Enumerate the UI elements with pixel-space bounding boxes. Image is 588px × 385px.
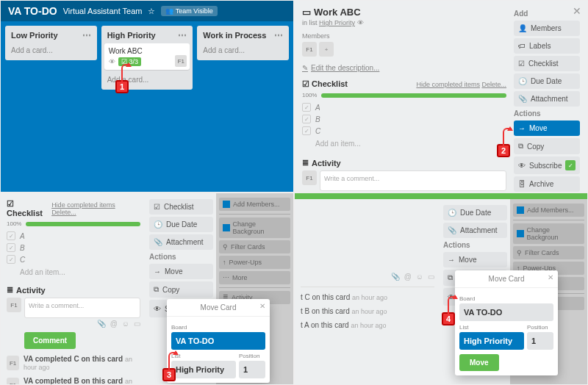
hide-completed-link[interactable]: Hide completed items (51, 201, 115, 209)
move-list-select[interactable]: High Priority (459, 332, 524, 350)
delete-checklist-link[interactable]: Delete... (481, 81, 506, 88)
add-member-button[interactable]: + (319, 42, 334, 57)
side-move[interactable]: →Move (443, 252, 507, 267)
side-checklist[interactable]: ☑Checklist (149, 199, 213, 215)
list-link[interactable]: High Priority (319, 19, 355, 26)
card-in-list: in list High Priority 👁 (302, 19, 506, 26)
side-duedate[interactable]: 🕒Due Date (443, 205, 507, 220)
list-menu-icon[interactable]: ⋯ (178, 30, 187, 40)
delete-checklist-link[interactable]: Delete... (51, 209, 76, 216)
side-move[interactable]: →Move (514, 120, 580, 136)
move-list-select[interactable]: High Priority (171, 361, 236, 378)
pane-board: VA TO-DO Virtual Assistant Team ☆ 👥 Team… (0, 0, 294, 192)
card-title: Work ABC (109, 47, 186, 55)
list-work-in-process[interactable]: Work in Process ⋯ Add a card... (197, 26, 289, 60)
close-icon[interactable]: ✕ (548, 273, 553, 281)
side-attachment[interactable]: 📎Attachment (443, 223, 507, 238)
move-button[interactable]: Move (459, 354, 499, 371)
add-card[interactable]: Add a card... (8, 43, 94, 57)
activity-icon: ≣ (7, 285, 13, 295)
move-card-popover: Move Card✕ Board VA TO-DO List High Prio… (167, 299, 270, 383)
avatar[interactable]: F1 (175, 55, 187, 67)
add-checklist-item[interactable]: Add an item... (7, 265, 140, 279)
clock-icon: 🕒 (518, 77, 527, 85)
side-archive[interactable]: 🗄Archive (514, 176, 580, 192)
marker-2: 2 (497, 144, 510, 157)
menu-change-bg[interactable]: Change Backgroun (219, 217, 290, 238)
comment-input[interactable]: Write a comment... (320, 170, 506, 191)
progress-bar (321, 93, 506, 98)
side-labels[interactable]: 🏷Labels (514, 38, 580, 54)
board-body: Low Priority ⋯ Add a card... High Priori… (1, 21, 293, 192)
q3-left: ☑ Checklist Hide completed items Delete.… (1, 193, 146, 384)
board-visibility[interactable]: 👥 Team Visible (161, 6, 217, 16)
list-low-priority[interactable]: Low Priority ⋯ Add a card... (5, 26, 97, 60)
pane-q3: ☑ Checklist Hide completed items Delete.… (0, 192, 294, 385)
activity-icon: ≣ (302, 158, 309, 168)
menu-more[interactable]: ⋯More (219, 271, 290, 284)
comment-input[interactable]: Write a comment... (24, 298, 140, 318)
checklist-icon: ☑ (302, 79, 309, 88)
marker-1: 1 (115, 80, 129, 93)
pane-cardback: ✕ ▭ Work ABC in list High Priority 👁 Mem… (294, 0, 588, 192)
label-icon: 🏷 (518, 42, 526, 50)
archive-icon: 🗄 (518, 180, 526, 188)
add-card[interactable]: Add a card... (200, 43, 286, 57)
list-name[interactable]: Low Priority (11, 31, 58, 40)
hide-completed-link[interactable]: Hide completed items (416, 81, 480, 88)
move-card-popover: Move Card✕ Board VA TO-DO List High Prio… (455, 270, 558, 375)
close-icon[interactable]: ✕ (259, 302, 265, 310)
star-icon[interactable]: ☆ (148, 7, 155, 16)
side-subscribe[interactable]: 👁Subscribe✓ (514, 156, 580, 174)
move-board-select[interactable]: VA TO-DO (459, 303, 553, 321)
board-title[interactable]: VA TO-DO (8, 5, 57, 17)
checkbox-icon[interactable]: ✓ (302, 115, 311, 123)
attach-icon: 📎 (518, 95, 527, 103)
activity-heading: ≣ Activity (302, 158, 506, 168)
side-attachment[interactable]: 📎Attachment (514, 91, 580, 107)
checklist-progress: 100% (302, 92, 506, 98)
menu-filter[interactable]: ⚲Filter Cards (513, 246, 584, 259)
move-position-select[interactable]: 1 (239, 361, 265, 378)
list-high-priority[interactable]: High Priority ⋯ Work ABC 👁 ☑ 3/3 F1 Add … (101, 26, 193, 90)
menu-add-members[interactable]: Add Members... (513, 204, 584, 217)
list-menu-icon[interactable]: ⋯ (82, 30, 91, 40)
close-icon[interactable]: ✕ (573, 5, 581, 17)
card-work-abc[interactable]: Work ABC 👁 ☑ 3/3 F1 (104, 43, 190, 70)
marker-4: 4 (442, 312, 455, 325)
side-members[interactable]: 👤Members (514, 21, 580, 36)
menu-change-bg[interactable]: Change Backgroun (513, 223, 584, 244)
checklist-item[interactable]: ✓C (302, 125, 506, 137)
menu-powerups[interactable]: ↑Power-Ups (219, 256, 290, 269)
side-duedate[interactable]: 🕒Due Date (514, 73, 580, 89)
side-move[interactable]: →Move (149, 264, 213, 279)
side-copy[interactable]: ⧉Copy (149, 281, 213, 298)
checklist-icon: ☑ (518, 60, 525, 68)
side-attachment[interactable]: 📎Attachment (149, 234, 213, 250)
board-team[interactable]: Virtual Assistant Team (63, 7, 143, 15)
avatar: F1 (302, 170, 317, 185)
comment-button[interactable]: Comment (24, 332, 76, 349)
side-copy[interactable]: ⧉Copy (514, 138, 580, 154)
avatar[interactable]: F1 (302, 42, 317, 57)
add-checklist-item[interactable]: Add an item... (302, 137, 506, 151)
eye-icon: 👁 (109, 58, 115, 65)
list-name[interactable]: Work in Process (203, 31, 266, 40)
move-position-select[interactable]: 1 (527, 332, 553, 350)
list-name[interactable]: High Priority (107, 31, 156, 40)
checklist-item[interactable]: ✓B (302, 113, 506, 125)
side-duedate[interactable]: 🕒Due Date (149, 217, 213, 232)
activity-log: F1 VA completed B on this card an hour a… (7, 377, 140, 385)
q4-left: 📎@☺▭ t C on this card an hour ago t B on… (295, 199, 440, 384)
menu-add-members[interactable]: Add Members... (219, 198, 290, 211)
checkbox-icon[interactable]: ✓ (302, 126, 311, 135)
side-checklist[interactable]: ☑Checklist (514, 56, 580, 71)
checklist-item[interactable]: ✓A (302, 101, 506, 113)
checkbox-icon[interactable]: ✓ (302, 103, 311, 112)
move-board-select[interactable]: VA TO-DO (171, 332, 265, 350)
menu-filter[interactable]: ⚲Filter Cards (219, 240, 290, 253)
card-title[interactable]: Work ABC (314, 7, 361, 18)
pencil-icon: ✎ (302, 64, 308, 72)
list-menu-icon[interactable]: ⋯ (274, 30, 283, 40)
edit-description[interactable]: ✎ Edit the description... (302, 64, 506, 72)
